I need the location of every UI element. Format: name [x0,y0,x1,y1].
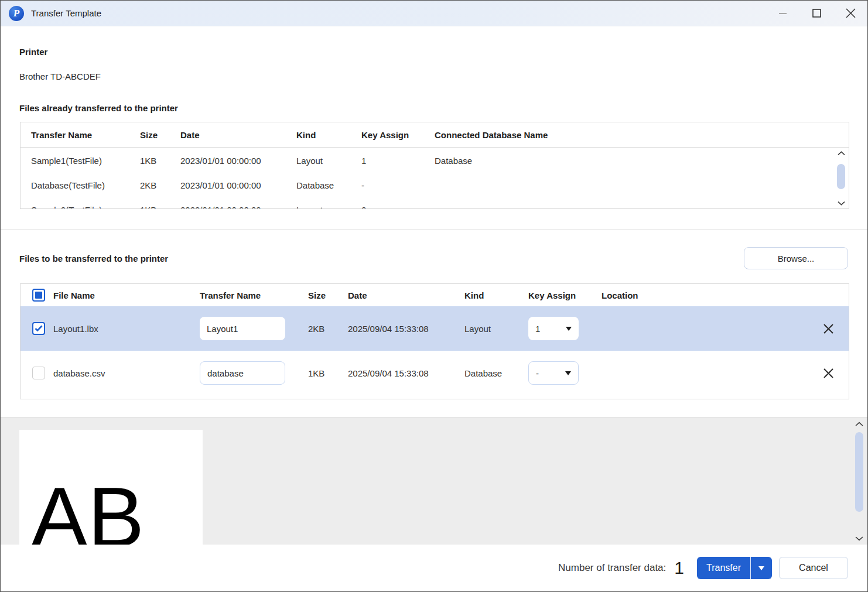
cell-size: 1KB [308,368,348,378]
cell-transfer-name: Sample1(TestFile) [31,156,140,166]
column-header-transfer-name: Transfer Name [200,290,308,300]
cell-kind: Database [296,180,361,190]
chevron-up-icon [838,151,845,156]
transfer-count-label: Number of transfer data: [558,562,666,574]
transfer-name-input[interactable] [200,361,285,385]
key-assign-select[interactable]: 1 [528,317,579,340]
row-checkbox[interactable] [32,367,45,379]
dropdown-arrow-icon [758,566,764,570]
column-header-database: Connected Database Name [435,130,849,140]
column-header-size: Size [308,290,348,300]
transfer-button[interactable]: Transfer [697,557,751,579]
remove-icon [823,323,834,334]
window-controls [766,1,867,26]
transferred-table-header: Transfer Name Size Date Kind Key Assign … [20,122,849,148]
table-row[interactable]: database.csv 1KB 2025/09/04 15:33:08 Dat… [20,351,849,395]
remove-file-button[interactable] [821,321,836,336]
transfer-count-value: 1 [674,558,684,578]
scrollbar-thumb[interactable] [855,432,863,512]
table-row[interactable]: Database(TestFile) 2KB 2023/01/01 00:00:… [20,173,835,197]
scroll-down-button[interactable] [836,199,846,207]
column-header-transfer-name: Transfer Name [31,130,140,140]
column-header-date: Date [348,290,464,300]
cell-transfer-name: Sample2(TestFile) [31,205,140,209]
transferred-files-heading: Files already transferred to the printer [19,103,178,113]
preview-text: AB [31,475,144,545]
column-header-kind: Kind [464,290,528,300]
table-row[interactable]: Sample2(TestFile) 1KB 2023/01/01 00:00:0… [20,197,835,208]
browse-button[interactable]: Browse... [744,247,848,269]
cell-date: 2023/01/01 00:00:00 [180,205,296,209]
cell-kind: Database [464,368,528,378]
checkbox-indeterminate-icon [35,292,42,299]
cell-key-assign: - [361,180,435,190]
printer-label: Printer [19,47,47,57]
ptouch-app-icon: P [9,6,24,21]
column-header-key-assign: Key Assign [361,130,435,140]
remove-icon [823,368,834,379]
cell-date: 2023/01/01 00:00:00 [180,180,296,190]
cell-kind: Layout [296,156,361,166]
maximize-icon [812,9,821,18]
column-header-location: Location [602,290,804,300]
minimize-button[interactable] [766,1,799,26]
cell-date: 2025/09/04 15:33:08 [348,368,464,378]
transfer-template-window: P Transfer Template Printer Brother TD-A… [0,0,868,592]
chevron-down-icon [855,536,863,541]
cell-size: 2KB [308,324,348,334]
cell-size: 1KB [140,205,180,209]
scroll-up-button[interactable] [836,149,846,158]
column-header-file-name: File Name [53,290,200,300]
scroll-up-button[interactable] [854,420,864,428]
transferred-files-table: Transfer Name Size Date Kind Key Assign … [20,122,849,209]
column-header-date: Date [180,130,296,140]
transfer-split-button: Transfer [697,557,772,579]
outgoing-files-table: File Name Transfer Name Size Date Kind K… [20,283,849,399]
label-preview-image: AB [19,430,203,545]
table-row[interactable]: Sample1(TestFile) 1KB 2023/01/01 00:00:0… [20,148,835,173]
column-header-key-assign: Key Assign [528,290,602,300]
key-assign-value: 1 [535,324,540,334]
scrollbar-thumb[interactable] [837,164,845,189]
chevron-down-icon [838,201,845,206]
key-assign-value: - [536,368,539,378]
scroll-down-button[interactable] [854,534,864,542]
transfer-options-button[interactable] [751,557,772,579]
dropdown-arrow-icon [565,371,571,375]
cell-file-name: Layout1.lbx [53,324,200,334]
row-checkbox[interactable] [32,322,45,335]
printer-name: Brother TD-ABCDEF [19,71,101,81]
column-header-size: Size [140,130,180,140]
cell-database: Database [435,156,835,166]
key-assign-select[interactable]: - [528,361,579,385]
close-button[interactable] [833,1,867,26]
preview-area: AB [1,417,867,545]
table-row[interactable]: Layout1.lbx 2KB 2025/09/04 15:33:08 Layo… [20,306,849,351]
cell-file-name: database.csv [53,368,200,378]
preview-scrollbar[interactable] [852,420,866,542]
cell-kind: Layout [464,324,528,334]
cell-date: 2025/09/04 15:33:08 [348,324,464,334]
column-header-kind: Kind [296,130,361,140]
checkmark-icon [35,325,43,332]
close-icon [846,8,856,18]
dropdown-arrow-icon [566,327,572,331]
maximize-button[interactable] [799,1,833,26]
transfer-name-input[interactable] [200,317,285,340]
select-all-checkbox[interactable] [32,289,45,302]
cell-size: 2KB [140,180,180,190]
outgoing-table-header: File Name Transfer Name Size Date Kind K… [20,284,849,306]
cell-key-assign: 2 [361,205,435,209]
cell-size: 1KB [140,156,180,166]
titlebar: P Transfer Template [1,1,867,26]
remove-file-button[interactable] [821,365,836,381]
table-scrollbar[interactable] [835,149,848,207]
cancel-button[interactable]: Cancel [779,557,848,579]
minimize-icon [779,13,787,14]
cell-date: 2023/01/01 00:00:00 [180,156,296,166]
outgoing-files-heading: Files to be transferred to the printer [19,254,168,264]
window-title: Transfer Template [31,8,101,18]
chevron-up-icon [855,422,863,427]
cell-kind: Layout [296,205,361,209]
transferred-table-body: Sample1(TestFile) 1KB 2023/01/01 00:00:0… [20,148,835,208]
